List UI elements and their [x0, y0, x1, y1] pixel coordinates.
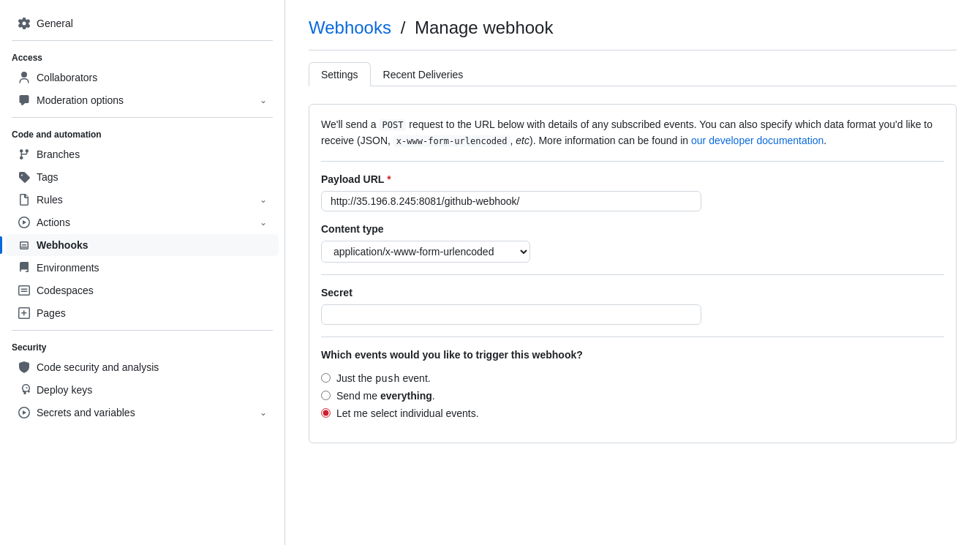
secret-group: Secret	[321, 287, 944, 325]
sidebar-item-code-security[interactable]: Code security and analysis	[6, 356, 279, 378]
sidebar-item-actions[interactable]: Actions ⌄	[6, 211, 279, 233]
sidebar-item-codespaces[interactable]: Codespaces	[6, 279, 279, 301]
payload-url-label: Payload URL*	[321, 173, 944, 185]
access-section-header: Access	[0, 47, 284, 66]
tags-label: Tags	[37, 171, 267, 183]
actions-label: Actions	[37, 217, 260, 228]
header-divider	[309, 50, 957, 50]
person-icon	[18, 71, 31, 84]
content-type-select[interactable]: application/x-www-form-urlencoded applic…	[321, 241, 530, 263]
key-icon	[18, 383, 31, 396]
comment-icon	[18, 94, 31, 107]
webhook-info-box: We'll send a POST request to the URL bel…	[309, 104, 957, 443]
page-header: Webhooks / Manage webhook	[309, 18, 957, 38]
required-indicator: *	[387, 173, 391, 185]
webhook-icon	[18, 238, 31, 252]
chevron-down-icon: ⌄	[260, 95, 267, 105]
secret-label: Secret	[321, 287, 944, 298]
environments-label: Environments	[37, 262, 267, 274]
security-section-header: Security	[0, 337, 284, 356]
push-code: push	[375, 372, 400, 384]
gear-icon	[18, 17, 31, 30]
info-text: We'll send a POST request to the URL bel…	[321, 116, 944, 149]
rules-icon	[18, 193, 31, 206]
form-divider-3	[321, 337, 944, 337]
payload-url-group: Payload URL*	[321, 173, 944, 211]
chevron-down-icon-actions: ⌄	[260, 217, 267, 228]
code-automation-section-header: Code and automation	[0, 124, 284, 143]
branch-icon	[18, 148, 31, 161]
secrets-label: Secrets and variables	[37, 407, 260, 418]
sidebar-item-secrets[interactable]: Secrets and variables ⌄	[6, 402, 279, 424]
deploy-keys-label: Deploy keys	[37, 384, 267, 396]
rules-label: Rules	[37, 194, 260, 206]
codespaces-label: Codespaces	[37, 285, 267, 296]
tab-settings[interactable]: Settings	[309, 62, 371, 86]
webhooks-breadcrumb-link[interactable]: Webhooks	[309, 18, 391, 37]
play-icon	[18, 216, 31, 229]
tag-icon	[18, 170, 31, 184]
chevron-down-icon-secrets: ⌄	[260, 407, 267, 418]
main-content: Webhooks / Manage webhook Settings Recen…	[285, 0, 980, 545]
page-title-text: Manage webhook	[415, 18, 553, 37]
everything-bold: everything	[380, 390, 432, 402]
sidebar-item-moderation[interactable]: Moderation options ⌄	[6, 89, 279, 111]
radio-push-label: Just the push event.	[336, 372, 431, 384]
tab-recent-deliveries[interactable]: Recent Deliveries	[371, 62, 476, 86]
divider-access	[12, 40, 273, 41]
sidebar-item-pages[interactable]: Pages	[6, 302, 279, 324]
content-type-label: Content type	[321, 223, 944, 235]
radio-individual[interactable]	[321, 408, 331, 418]
radio-individual-label: Let me select individual events.	[336, 407, 479, 419]
pages-label: Pages	[37, 307, 267, 319]
radio-item-push: Just the push event.	[321, 372, 944, 384]
collaborators-label: Collaborators	[37, 72, 267, 83]
content-type-group: Content type application/x-www-form-urle…	[321, 223, 944, 263]
sidebar-item-rules[interactable]: Rules ⌄	[6, 189, 279, 211]
form-divider-1	[321, 161, 944, 162]
shield-icon	[18, 361, 31, 374]
form-divider-2	[321, 274, 944, 275]
radio-item-individual: Let me select individual events.	[321, 407, 944, 419]
radio-group-events: Just the push event. Send me everything.…	[321, 372, 944, 419]
codespaces-icon	[18, 284, 31, 297]
secrets-icon	[18, 406, 31, 419]
radio-everything[interactable]	[321, 391, 331, 400]
moderation-label: Moderation options	[37, 94, 260, 106]
sidebar-item-collaborators[interactable]: Collaborators	[6, 67, 279, 89]
sidebar: General Access Collaborators Moderation …	[0, 0, 285, 545]
post-code: POST	[379, 119, 406, 131]
secret-input[interactable]	[321, 304, 701, 325]
sidebar-item-branches[interactable]: Branches	[6, 143, 279, 165]
sidebar-item-webhooks[interactable]: Webhooks	[6, 234, 279, 256]
page-title: Webhooks / Manage webhook	[309, 18, 553, 38]
developer-docs-link[interactable]: our developer documentation	[691, 135, 823, 146]
events-group: Which events would you like to trigger t…	[321, 349, 944, 419]
sidebar-item-deploy-keys[interactable]: Deploy keys	[6, 379, 279, 401]
divider-security	[12, 330, 273, 331]
code-security-label: Code security and analysis	[37, 361, 267, 373]
payload-url-input[interactable]	[321, 191, 701, 211]
webhooks-label: Webhooks	[37, 239, 267, 251]
chevron-down-icon-rules: ⌄	[260, 195, 267, 205]
branches-label: Branches	[37, 149, 267, 160]
divider-code	[12, 117, 273, 118]
radio-everything-label: Send me everything.	[336, 390, 435, 402]
general-label: General	[37, 18, 267, 29]
radio-push[interactable]	[321, 373, 331, 383]
sidebar-item-environments[interactable]: Environments	[6, 257, 279, 279]
pages-icon	[18, 307, 31, 320]
breadcrumb-separator: /	[401, 18, 410, 37]
events-question: Which events would you like to trigger t…	[321, 349, 944, 361]
radio-item-everything: Send me everything.	[321, 390, 944, 402]
sidebar-item-general[interactable]: General	[6, 12, 279, 34]
sidebar-item-tags[interactable]: Tags	[6, 166, 279, 188]
environments-icon	[18, 261, 31, 274]
tabs: Settings Recent Deliveries	[309, 62, 957, 86]
urlencoded-code: x-www-form-urlencoded	[393, 135, 510, 147]
